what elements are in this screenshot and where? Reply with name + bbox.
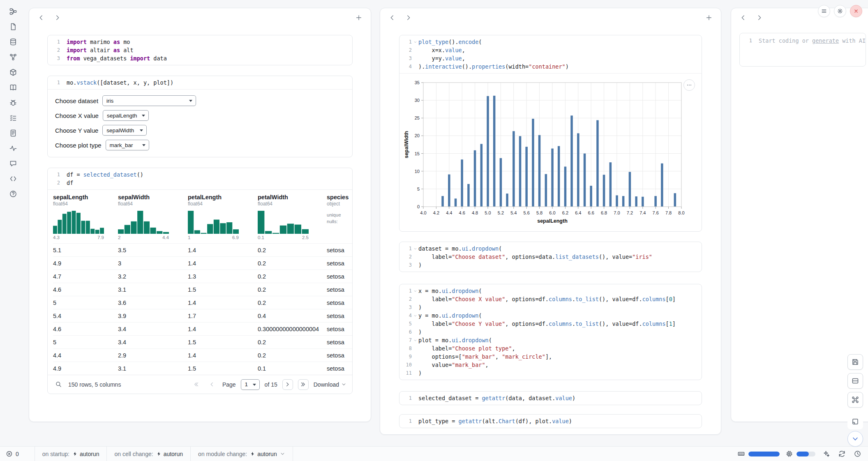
code-editor[interactable]: 1selected_dataset = getattr(data, datase… (399, 392, 702, 405)
svg-text:7.8: 7.8 (665, 210, 672, 215)
next-page-button[interactable] (282, 379, 293, 390)
notebook-menu-button[interactable] (818, 5, 830, 17)
column-header[interactable]: sepalLengthfloat644.37.9 (53, 194, 118, 243)
altair-bar-chart[interactable]: 4.04.24.44.64.85.05.25.45.65.86.06.26.46… (403, 78, 686, 226)
table-row[interactable]: 53.61.40.2setosa (53, 296, 352, 309)
dropdown-select[interactable]: iris (102, 95, 196, 106)
prev-cell-button[interactable] (36, 12, 46, 23)
svg-text:5: 5 (417, 187, 420, 191)
search-button[interactable] (53, 380, 63, 390)
sidebar-package-button[interactable] (8, 67, 18, 77)
table-row[interactable]: 5.13.51.40.2setosa (53, 243, 352, 256)
table-row[interactable]: 5.43.91.70.4setosa (53, 309, 352, 322)
prev-cell-button[interactable] (387, 12, 397, 23)
sidebar-snippets-button[interactable] (8, 174, 18, 184)
table-row[interactable]: 4.63.41.40.30000000000000004setosa (53, 322, 352, 335)
scratch-cell[interactable]: 1Start coding or generate with AI (739, 33, 866, 67)
table-cell: 0.2 (258, 244, 327, 256)
column-header[interactable]: sepalWidthfloat6424.4 (118, 194, 188, 243)
dropdown-select[interactable]: sepalLength (103, 110, 149, 121)
table-row[interactable]: 4.42.91.40.2setosa (53, 348, 352, 362)
code-editor[interactable]: 1mo.vstack([dataset, x, y, plot]) (48, 76, 352, 89)
sidebar-file-code-button[interactable] (8, 22, 18, 32)
table-row[interactable]: 4.63.11.50.2setosa (53, 283, 352, 296)
error-indicator[interactable]: 0 (6, 450, 19, 457)
svg-text:5.2: 5.2 (498, 210, 504, 215)
shutdown-button[interactable] (850, 5, 862, 17)
package-icon (9, 68, 17, 76)
chevrons-right-icon (300, 381, 306, 387)
table-header-row: sepalLengthfloat644.37.9sepalWidthfloat6… (53, 194, 352, 243)
next-cell-button[interactable] (403, 12, 414, 23)
settings-button[interactable] (834, 5, 846, 17)
run-mode-segment[interactable]: on cell change:autorun (106, 447, 190, 461)
column-header[interactable]: petalWidthfloat640.12.5 (258, 194, 327, 243)
line-number: 3 (399, 54, 412, 62)
add-cell-button[interactable] (353, 12, 364, 23)
save-button[interactable] (847, 354, 863, 370)
code-editor[interactable]: 1dataset = mo.ui.dropdown(2 label="Choos… (399, 242, 702, 272)
dropdown-select[interactable]: mark_bar (106, 140, 149, 150)
code-editor[interactable]: 1plot_type().encode(2 x=x.value,3 y=y.va… (399, 35, 702, 73)
download-button[interactable]: Download (314, 381, 346, 388)
line-number: 2 (399, 295, 412, 303)
table-cell: 4.9 (53, 257, 118, 270)
chevron-down-icon (280, 451, 285, 456)
code-editor[interactable]: 1import marimo as mo2import altair as al… (48, 35, 352, 65)
sidebar-book-button[interactable] (8, 83, 18, 92)
sidebar-bug-button[interactable] (8, 98, 18, 108)
table-cell: 3 (118, 257, 188, 270)
app-frame-button[interactable] (847, 414, 863, 429)
column-header[interactable]: speciesobjectuniquenulls: (327, 194, 352, 243)
sidebar-dependency-graph-button[interactable] (8, 52, 18, 62)
dropdown-label: Choose Y value (55, 127, 98, 134)
prev-cell-button[interactable] (738, 12, 748, 23)
history-button[interactable] (852, 449, 862, 459)
line-number: 1 (399, 38, 412, 46)
run-mode-segment[interactable]: on module change:autorun (190, 447, 293, 461)
table-row[interactable]: 53.41.50.2setosa (53, 335, 352, 348)
layout-button[interactable] (847, 373, 863, 389)
sidebar-comment-button[interactable] (8, 159, 18, 168)
sidebar-database-button[interactable] (8, 37, 18, 47)
column-name: petalWidth (258, 194, 327, 201)
code-line: label="Choose dataset", options=data.lis… (418, 253, 702, 261)
sidebar-activity-button[interactable] (8, 143, 18, 153)
chevrons-left-icon (193, 381, 199, 387)
code-editor[interactable]: 1x = mo.ui.dropdown(2 label="Choose X va… (399, 284, 702, 380)
run-mode-segment[interactable]: on startup:autorun (35, 447, 107, 461)
code-editor[interactable]: 1df = selected_dataset()2df (48, 168, 352, 189)
code-line: label="Choose plot type", (418, 344, 702, 353)
last-page-button[interactable] (298, 379, 309, 390)
table-cell: 3.9 (118, 309, 188, 322)
first-page-button[interactable] (191, 379, 202, 390)
generate-with-ai-link[interactable]: generate (812, 37, 839, 44)
add-cell-button[interactable] (704, 12, 714, 23)
table-row[interactable]: 4.73.21.30.2setosa (53, 270, 352, 283)
page-select[interactable]: 1 (241, 379, 260, 390)
form-row: Choose X valuesepalLength (55, 110, 345, 121)
sidebar-checklist-button[interactable] (8, 113, 18, 123)
sidebar-help-button[interactable] (8, 189, 18, 199)
dropdown-label: Choose dataset (55, 97, 98, 104)
next-cell-button[interactable] (52, 12, 63, 23)
column-header[interactable]: petalLengthfloat6416.9 (188, 194, 258, 243)
next-cell-button[interactable] (754, 12, 765, 23)
prev-page-button[interactable] (207, 379, 217, 390)
code-editor[interactable]: 1plot_type = getattr(alt.Chart(df), plot… (399, 415, 702, 428)
bolt-icon (156, 451, 162, 456)
ai-assist-button[interactable] (821, 449, 831, 459)
table-row[interactable]: 4.931.40.2setosa (53, 256, 352, 270)
dropdown-select[interactable]: sepalWidth (102, 125, 147, 136)
svg-text:4.2: 4.2 (433, 210, 439, 215)
column-name: sepalLength (53, 194, 118, 201)
table-row[interactable]: 4.93.11.50.1setosa (53, 362, 352, 375)
refresh-kernel-button[interactable] (837, 449, 847, 459)
chart-actions-button[interactable] (683, 79, 695, 91)
sidebar-flow-button[interactable] (8, 7, 18, 16)
line-number: 11 (399, 369, 412, 377)
plot-cell: 1plot_type().encode(2 x=x.value,3 y=y.va… (399, 35, 702, 232)
command-palette-button[interactable] (847, 392, 863, 408)
scroll-to-bottom-button[interactable] (847, 431, 863, 447)
sidebar-document-button[interactable] (8, 128, 18, 138)
